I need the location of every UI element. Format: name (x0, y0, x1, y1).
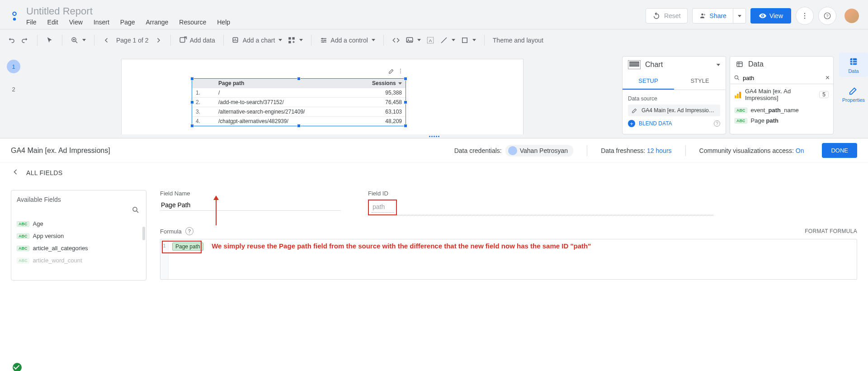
svg-point-24 (400, 71, 401, 71)
data-freshness[interactable]: Data freshness: 12 hours (601, 147, 671, 154)
document-title[interactable]: Untitled Report (26, 6, 230, 17)
field-search[interactable]: × (730, 72, 833, 84)
page-thumbnails: 1 2 (0, 51, 27, 134)
result-count: 5 (819, 91, 829, 98)
tab-style[interactable]: STYLE (674, 73, 726, 90)
add-chart-button[interactable]: Add a chart (229, 34, 285, 46)
more-icon[interactable] (397, 68, 404, 74)
svg-rect-10 (180, 38, 185, 43)
field-name-label: Field Name (160, 190, 341, 197)
undo-button[interactable] (5, 34, 18, 46)
svg-point-6 (804, 18, 805, 19)
available-field[interactable]: ABCAge (17, 218, 146, 230)
svg-point-27 (735, 76, 738, 79)
share-button[interactable]: Share (692, 8, 733, 24)
menu-edit[interactable]: Edit (47, 19, 58, 26)
data-panel: Data × GA4 Main [ex. Ad Impressions] 5 A… (730, 56, 834, 134)
report-page[interactable]: Page path Sessions 1./95,388 2./add-me-t… (121, 59, 524, 134)
tab-setup[interactable]: SETUP (623, 73, 674, 90)
field-id-input[interactable] (372, 201, 394, 213)
shape-button[interactable] (458, 34, 479, 46)
right-panels: Chart SETUP STYLE Data source GA4 Main [… (618, 51, 839, 134)
share-dropdown[interactable] (733, 8, 746, 24)
community-viz-button[interactable] (285, 34, 306, 46)
formula-editor[interactable]: 1 Page path We simply reuse the Page pat… (160, 239, 857, 280)
menu-arrange[interactable]: Arrange (146, 19, 169, 26)
table-chart[interactable]: Page path Sessions 1./95,388 2./add-me-t… (192, 78, 406, 126)
svg-point-17 (322, 41, 324, 43)
calculated-field-editor: Field Name Field ID Formula ? FORMAT (160, 190, 857, 281)
next-page-button[interactable] (151, 34, 165, 46)
available-field[interactable]: ABCarticle_word_count (17, 254, 146, 266)
more-options-button[interactable] (796, 7, 814, 25)
looker-studio-icon (7, 9, 22, 23)
menu-resource[interactable]: Resource (179, 19, 206, 26)
svg-point-19 (408, 38, 409, 39)
field-search-input[interactable] (743, 75, 823, 81)
done-button[interactable]: DONE (822, 143, 857, 158)
text-button[interactable]: A (424, 34, 437, 46)
help-button[interactable]: ? (818, 7, 836, 25)
redo-button[interactable] (18, 34, 32, 46)
back-button[interactable] (11, 167, 20, 178)
pager-label[interactable]: Page 1 of 2 (113, 35, 151, 46)
view-button[interactable]: View (750, 8, 791, 24)
panel-resize-handle[interactable] (0, 134, 868, 138)
edit-icon[interactable] (388, 68, 395, 74)
menu-file[interactable]: File (26, 19, 37, 26)
field-event-path-name[interactable]: ABC event_path_name (730, 105, 833, 115)
zoom-dropdown[interactable] (68, 34, 89, 46)
line-button[interactable] (437, 34, 458, 46)
right-rail: Data Properties (839, 51, 868, 134)
embed-button[interactable] (389, 34, 403, 46)
col-page-path[interactable]: Page path (215, 79, 360, 88)
page-thumb-2[interactable]: 2 (7, 82, 20, 96)
annotation-arrow (216, 197, 217, 225)
prev-page-button[interactable] (100, 34, 113, 46)
rail-properties[interactable]: Properties (839, 81, 868, 106)
user-avatar[interactable] (844, 9, 859, 23)
community-viz-access[interactable]: Community visualizations access: On (699, 147, 804, 154)
image-button[interactable] (403, 34, 424, 46)
data-credentials[interactable]: Data credentials: Vahan Petrosyan (454, 145, 573, 157)
field-page-path[interactable]: ABC Page path (730, 115, 833, 126)
data-source-chip[interactable]: GA4 Main [ex. Ad Impressio… (628, 105, 720, 116)
col-sessions[interactable]: Sessions (360, 79, 406, 88)
menu-page[interactable]: Page (120, 19, 135, 26)
reset-button[interactable]: Reset (646, 8, 688, 24)
field-name-input[interactable] (160, 200, 341, 211)
add-control-button[interactable]: Add a control (317, 34, 378, 46)
search-icon (734, 75, 740, 81)
format-formula-button[interactable]: FORMAT FORMULA (805, 228, 857, 234)
caret-down-icon (738, 15, 741, 17)
page-thumb-1[interactable]: 1 (7, 60, 20, 73)
theme-layout-button[interactable]: Theme and layout (490, 35, 546, 46)
scrollbar-thumb[interactable] (142, 227, 145, 240)
field-id-label: Field ID (368, 190, 713, 197)
formula-help-icon[interactable]: ? (185, 227, 193, 235)
chart-hover-toolbar (387, 67, 406, 75)
chart-panel-header[interactable]: Chart (623, 57, 726, 73)
svg-rect-26 (737, 62, 742, 67)
svg-point-25 (400, 72, 401, 73)
menu-insert[interactable]: Insert (94, 19, 109, 26)
menu-help[interactable]: Help (217, 19, 230, 26)
pointer-tool[interactable] (43, 34, 57, 46)
available-field[interactable]: ABCApp version (17, 230, 146, 242)
info-icon[interactable]: ? (714, 120, 720, 127)
pencil-icon (632, 107, 638, 114)
clear-search-icon[interactable]: × (826, 74, 830, 82)
svg-point-5 (804, 15, 805, 16)
canvas[interactable]: Page path Sessions 1./95,388 2./add-me-t… (27, 51, 618, 134)
search-icon[interactable] (132, 206, 140, 214)
menu-view[interactable]: View (69, 19, 83, 26)
field-id-input-tail[interactable] (397, 200, 713, 215)
add-data-button[interactable]: Add data (176, 34, 218, 46)
data-source-entry[interactable]: GA4 Main [ex. Ad Impressions] 5 (730, 84, 833, 105)
available-field[interactable]: ABCarticle_all_categories (17, 242, 146, 254)
svg-point-4 (804, 13, 805, 14)
blend-data-button[interactable]: + BLEND DATA ? (628, 120, 720, 127)
rail-data[interactable]: Data (839, 52, 868, 77)
undo-icon (652, 12, 660, 20)
data-icon (736, 60, 744, 68)
